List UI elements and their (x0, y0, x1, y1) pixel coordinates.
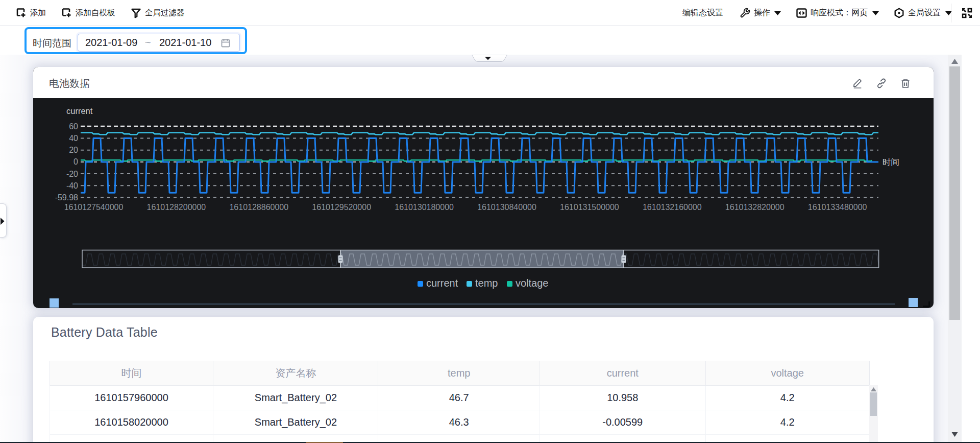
svg-text:1610131500000: 1610131500000 (560, 203, 619, 212)
svg-text:1610133480000: 1610133480000 (808, 203, 867, 212)
svg-text:voltage: voltage (516, 277, 549, 289)
svg-text:1610129520000: 1610129520000 (312, 203, 371, 212)
svg-text:-59.98: -59.98 (55, 193, 78, 202)
svg-text:40: 40 (69, 134, 78, 143)
svg-text:1610132160000: 1610132160000 (643, 203, 702, 212)
svg-text:1610130180000: 1610130180000 (395, 203, 454, 212)
svg-text:current: current (66, 106, 93, 115)
svg-text:-20: -20 (66, 170, 78, 178)
svg-text:60: 60 (69, 122, 78, 131)
svg-text:1610128200000: 1610128200000 (147, 203, 206, 212)
svg-text:1610128860000: 1610128860000 (229, 203, 288, 212)
svg-text:20: 20 (69, 146, 78, 154)
svg-text:0: 0 (74, 157, 78, 166)
svg-text:时间: 时间 (883, 157, 899, 167)
svg-text:temp: temp (475, 277, 498, 289)
svg-text:-40: -40 (66, 181, 78, 190)
svg-text:1610132820000: 1610132820000 (725, 203, 785, 212)
svg-text:1610130840000: 1610130840000 (477, 203, 536, 212)
svg-text:1610127540000: 1610127540000 (64, 203, 124, 212)
svg-text:current: current (426, 277, 458, 289)
